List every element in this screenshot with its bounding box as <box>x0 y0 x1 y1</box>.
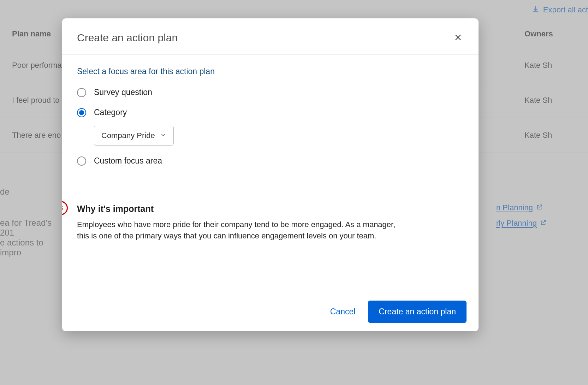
close-button[interactable] <box>452 32 464 43</box>
radio-icon <box>77 156 86 166</box>
radio-label: Category <box>94 108 127 117</box>
cancel-button[interactable]: Cancel <box>330 307 356 316</box>
annotation-marker: 3 <box>62 201 68 215</box>
radio-icon <box>77 88 86 97</box>
category-select-value: Company Pride <box>101 131 155 140</box>
create-action-plan-button[interactable]: Create an action plan <box>368 301 467 323</box>
chevron-down-icon <box>160 131 166 140</box>
create-action-plan-modal: Create an action plan Select a focus are… <box>62 18 479 331</box>
modal-title: Create an action plan <box>77 32 178 44</box>
why-important-title: Why it's important <box>77 204 464 214</box>
radio-custom-focus[interactable]: Custom focus area <box>77 156 464 166</box>
cancel-label: Cancel <box>330 307 356 316</box>
modal-overlay[interactable]: Create an action plan Select a focus are… <box>0 0 588 385</box>
radio-category[interactable]: Category <box>77 108 464 117</box>
focus-area-prompt: Select a focus area for this action plan <box>77 67 464 76</box>
radio-icon <box>77 108 86 117</box>
close-icon <box>454 33 462 43</box>
submit-label: Create an action plan <box>379 307 456 316</box>
modal-footer: Cancel Create an action plan <box>62 292 479 331</box>
why-important-body: Employees who have more pride for their … <box>77 219 398 242</box>
category-select[interactable]: Company Pride <box>94 126 174 146</box>
radio-survey-question[interactable]: Survey question <box>77 88 464 97</box>
why-important-block: 3 Why it's important Employees who have … <box>77 204 464 242</box>
modal-body: Select a focus area for this action plan… <box>62 55 479 292</box>
radio-label: Custom focus area <box>94 156 162 166</box>
modal-header: Create an action plan <box>62 18 479 55</box>
radio-label: Survey question <box>94 88 152 97</box>
